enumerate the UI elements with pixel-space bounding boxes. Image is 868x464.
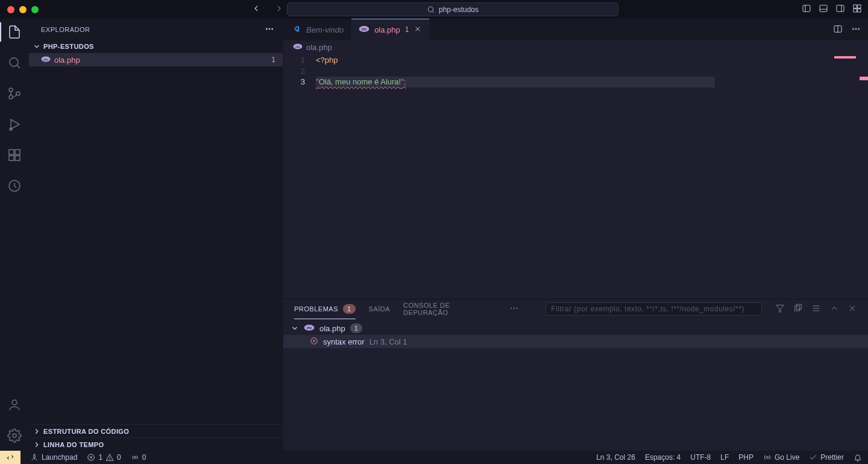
svg-text:php: php bbox=[43, 58, 48, 61]
outline-section[interactable]: ESTRUTURA DO CÓDIGO bbox=[29, 424, 283, 437]
problem-item[interactable]: syntax error Ln 3, Col 1 bbox=[283, 335, 868, 348]
layout-controls bbox=[802, 4, 862, 15]
svg-point-39 bbox=[858, 28, 860, 29]
explorer-activity-icon[interactable] bbox=[7, 25, 22, 41]
panel-tab-problems[interactable]: PROBLEMAS 1 bbox=[294, 299, 356, 319]
tab-error-badge: 1 bbox=[405, 25, 409, 34]
panel-tab-debug-console[interactable]: CONSOLE DE DEPURAÇÃO bbox=[403, 302, 496, 316]
run-debug-activity-icon[interactable] bbox=[7, 117, 22, 133]
problem-location: Ln 3, Col 1 bbox=[370, 337, 407, 346]
notifications-icon[interactable] bbox=[854, 453, 862, 462]
close-panel-icon[interactable] bbox=[848, 304, 857, 314]
code-line-1: <?php bbox=[316, 55, 338, 66]
code-area[interactable]: 1<?php 2 3"Olá, meu nome é Alura!"; bbox=[283, 54, 868, 299]
svg-point-0 bbox=[428, 7, 433, 11]
nav-forward-button[interactable] bbox=[274, 4, 284, 15]
svg-rect-21 bbox=[15, 156, 20, 160]
eol[interactable]: LF bbox=[720, 453, 729, 462]
svg-point-28 bbox=[272, 28, 273, 29]
svg-rect-4 bbox=[820, 5, 827, 12]
svg-point-15 bbox=[9, 95, 13, 99]
svg-point-42 bbox=[511, 308, 512, 309]
breadcrumb[interactable]: php ola.php bbox=[283, 40, 868, 54]
remote-activity-icon[interactable] bbox=[7, 179, 22, 195]
settings-gear-icon[interactable] bbox=[7, 428, 22, 445]
explorer-title: EXPLORADOR bbox=[41, 26, 90, 33]
language-mode[interactable]: PHP bbox=[738, 453, 753, 462]
tabs-bar: Bem-vindo php ola.php 1 bbox=[283, 19, 868, 40]
encoding[interactable]: UTF-8 bbox=[690, 453, 711, 462]
svg-rect-47 bbox=[796, 304, 801, 309]
extensions-activity-icon[interactable] bbox=[7, 148, 22, 164]
line-number: 1 bbox=[283, 55, 316, 66]
accounts-icon[interactable] bbox=[7, 398, 22, 414]
editor-group: Bem-vindo php ola.php 1 php ola.php 1<?p… bbox=[283, 19, 868, 451]
search-activity-icon[interactable] bbox=[7, 56, 22, 72]
line-number: 2 bbox=[283, 66, 316, 77]
problems-filter-input[interactable]: Filtrar (por exemplo, texto, **/*.ts, !*… bbox=[546, 302, 762, 316]
svg-rect-2 bbox=[803, 5, 810, 12]
toggle-panel-icon[interactable] bbox=[819, 4, 828, 15]
filter-icon[interactable] bbox=[775, 304, 785, 314]
indentation[interactable]: Espaços: 4 bbox=[645, 453, 681, 462]
problem-message: syntax error bbox=[323, 337, 365, 346]
title-bar: php-estudos bbox=[0, 0, 868, 19]
minimap[interactable] bbox=[793, 54, 860, 299]
toggle-primary-sidebar-icon[interactable] bbox=[802, 4, 811, 15]
cursor-position[interactable]: Ln 3, Col 26 bbox=[596, 453, 635, 462]
svg-rect-10 bbox=[854, 9, 857, 12]
toggle-secondary-sidebar-icon[interactable] bbox=[835, 4, 845, 15]
problem-file-row[interactable]: php ola.php 1 bbox=[283, 322, 868, 335]
svg-point-24 bbox=[12, 400, 17, 405]
file-row[interactable]: php ola.php 1 bbox=[29, 53, 283, 66]
svg-point-27 bbox=[269, 28, 270, 29]
svg-point-62 bbox=[110, 459, 110, 460]
customize-layout-icon[interactable] bbox=[852, 4, 862, 15]
minimap-line bbox=[834, 56, 856, 59]
tab-welcome[interactable]: Bem-vindo bbox=[283, 19, 351, 40]
php-file-icon: php bbox=[293, 43, 303, 52]
svg-point-37 bbox=[852, 28, 854, 29]
svg-point-38 bbox=[855, 28, 857, 29]
php-file-icon: php bbox=[41, 56, 51, 65]
problem-file-name: ola.php bbox=[319, 324, 345, 333]
errors-warnings-button[interactable]: 1 0 bbox=[87, 453, 121, 462]
svg-rect-46 bbox=[795, 306, 800, 311]
source-control-activity-icon[interactable] bbox=[7, 86, 22, 103]
panel-tab-output[interactable]: SAÍDA bbox=[369, 305, 391, 313]
launchpad-button[interactable]: Launchpad bbox=[30, 453, 77, 462]
svg-text:php: php bbox=[307, 326, 312, 329]
explorer-more-icon[interactable] bbox=[265, 24, 274, 35]
window-minimize-button[interactable] bbox=[19, 6, 27, 13]
split-editor-icon[interactable] bbox=[833, 24, 843, 36]
tab-active-file[interactable]: php ola.php 1 bbox=[351, 19, 430, 40]
go-live-button[interactable]: Go Live bbox=[763, 453, 799, 462]
overview-ruler[interactable] bbox=[860, 54, 868, 299]
current-line-highlight bbox=[316, 77, 715, 87]
svg-line-13 bbox=[17, 66, 20, 68]
file-error-count: 1 bbox=[271, 56, 275, 64]
svg-point-26 bbox=[266, 28, 267, 29]
file-name: ola.php bbox=[54, 56, 80, 65]
command-center-search[interactable]: php-estudos bbox=[287, 2, 618, 16]
maximize-panel-icon[interactable] bbox=[829, 304, 839, 314]
tab-close-icon[interactable] bbox=[414, 25, 422, 35]
folder-header[interactable]: PHP-ESTUDOS bbox=[29, 40, 283, 53]
panel-more-icon[interactable] bbox=[509, 304, 519, 314]
svg-text:php: php bbox=[362, 28, 366, 31]
svg-point-14 bbox=[9, 88, 13, 92]
window-maximize-button[interactable] bbox=[31, 6, 39, 13]
view-as-list-icon[interactable] bbox=[811, 304, 821, 314]
window-close-button[interactable] bbox=[7, 6, 14, 13]
prettier-button[interactable]: Prettier bbox=[809, 453, 844, 462]
svg-point-16 bbox=[16, 92, 20, 95]
editor-more-icon[interactable] bbox=[851, 24, 861, 36]
svg-line-1 bbox=[433, 11, 435, 13]
nav-back-button[interactable] bbox=[251, 4, 261, 15]
svg-rect-22 bbox=[15, 150, 20, 154]
svg-rect-8 bbox=[854, 5, 857, 8]
ports-button[interactable]: 0 bbox=[131, 453, 146, 462]
timeline-section[interactable]: LINHA DO TEMPO bbox=[29, 437, 283, 451]
collapse-all-icon[interactable] bbox=[793, 304, 803, 314]
remote-button[interactable] bbox=[0, 451, 20, 464]
